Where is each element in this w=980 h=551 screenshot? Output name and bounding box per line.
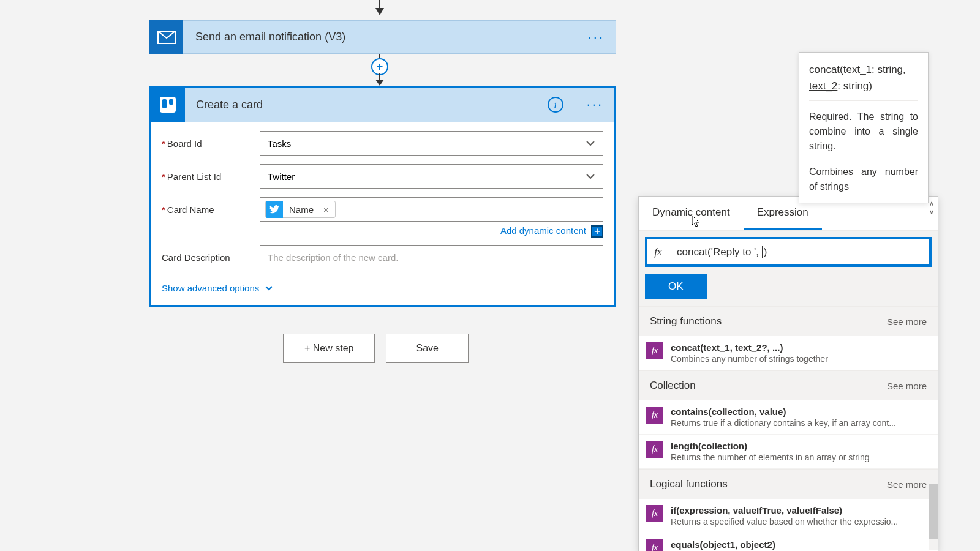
chevron-down-icon	[265, 285, 273, 291]
dynamic-token[interactable]: Name ×	[265, 201, 336, 218]
fx-badge-icon: fx	[646, 342, 663, 359]
fx-badge-icon: fx	[646, 539, 663, 551]
fx-badge-icon: fx	[646, 407, 663, 424]
section-string-functions: String functionsSee more fx concat(text_…	[639, 306, 938, 370]
function-item[interactable]: fx contains(collection, value)Returns tr…	[639, 400, 938, 435]
add-dynamic-content[interactable]: Add dynamic content+	[162, 225, 603, 238]
scrollbar[interactable]	[929, 484, 938, 550]
add-step-button[interactable]: +	[371, 58, 388, 75]
function-item[interactable]: fx length(collection)Returns the number …	[639, 435, 938, 469]
arrow-head-icon	[375, 8, 384, 15]
create-card-form: *Board Id Tasks *Parent List Id Twitter …	[151, 122, 614, 305]
expression-input-row: fx concat('Reply to ', )	[645, 237, 932, 267]
save-button[interactable]: Save	[386, 334, 468, 363]
create-card-step: Create a card i ··· *Board Id Tasks *Par…	[149, 86, 616, 307]
see-more-link[interactable]: See more	[887, 479, 927, 490]
see-more-link[interactable]: See more	[887, 317, 927, 327]
see-more-link[interactable]: See more	[887, 381, 927, 391]
info-icon[interactable]: i	[548, 97, 564, 113]
show-advanced-toggle[interactable]: Show advanced options	[162, 278, 603, 296]
parent-list-select[interactable]: Twitter	[260, 164, 603, 189]
token-remove-icon[interactable]: ×	[320, 204, 333, 215]
new-step-button[interactable]: + New step	[283, 334, 375, 363]
section-title: Collection	[650, 380, 696, 392]
trello-icon	[151, 88, 185, 122]
tooltip-description: Combines any number of strings	[809, 165, 918, 194]
parent-list-label: *Parent List Id	[162, 171, 260, 182]
section-collection: CollectionSee more fx contains(collectio…	[639, 370, 938, 469]
chevron-down-icon	[586, 140, 595, 146]
chevron-down-icon	[586, 173, 595, 179]
section-logical: Logical functionsSee more fx if(expressi…	[639, 469, 938, 551]
arrow-head-icon	[375, 80, 384, 86]
card-name-input[interactable]: Name ×	[260, 197, 603, 222]
twitter-icon	[266, 201, 283, 218]
card-desc-input[interactable]: The description of the new card.	[260, 245, 603, 269]
tab-scroll-icons[interactable]: ∧∨	[929, 199, 934, 216]
function-item[interactable]: fx concat(text_1, text_2?, ...)Combines …	[639, 336, 938, 370]
create-card-header[interactable]: Create a card i ···	[151, 88, 614, 122]
token-label: Name	[283, 204, 320, 215]
fx-icon: fx	[647, 240, 669, 264]
card-desc-label: Card Description	[162, 252, 260, 263]
function-item[interactable]: fx equals(object1, object2)	[639, 533, 938, 551]
section-title: Logical functions	[650, 478, 728, 490]
tooltip-signature: concat(text_1: string, text_2: string)	[809, 61, 918, 101]
board-id-label: *Board Id	[162, 138, 260, 149]
tooltip-required: Required. The string to combine into a s…	[809, 110, 918, 154]
fx-badge-icon: fx	[646, 441, 663, 458]
scrollbar-thumb[interactable]	[929, 484, 938, 539]
add-dynamic-label: Add dynamic content	[500, 225, 586, 236]
board-id-select[interactable]: Tasks	[260, 131, 603, 156]
function-item[interactable]: fx if(expression, valueIfTrue, valueIfFa…	[639, 499, 938, 533]
section-title: String functions	[650, 315, 722, 328]
add-dynamic-icon: +	[591, 225, 603, 238]
mail-icon	[149, 20, 183, 54]
svg-rect-3	[169, 99, 173, 105]
create-card-title: Create a card	[185, 99, 548, 111]
email-step-card[interactable]: Send an email notification (V3) ···	[149, 20, 616, 54]
expression-panel: Dynamic content Expression ∧∨ fx concat(…	[638, 196, 938, 551]
expression-tooltip: concat(text_1: string, text_2: string) R…	[799, 52, 929, 203]
svg-rect-1	[160, 97, 176, 113]
svg-rect-2	[162, 99, 167, 108]
expression-input[interactable]: concat('Reply to ', )	[669, 239, 929, 264]
email-step-more-icon[interactable]: ···	[577, 29, 616, 45]
ok-button[interactable]: OK	[645, 274, 707, 299]
card-name-label: *Card Name	[162, 204, 260, 215]
tab-dynamic-content[interactable]: Dynamic content	[639, 197, 744, 230]
fx-badge-icon: fx	[646, 505, 663, 522]
create-card-more-icon[interactable]: ···	[576, 97, 614, 113]
email-step-title: Send an email notification (V3)	[183, 31, 577, 43]
